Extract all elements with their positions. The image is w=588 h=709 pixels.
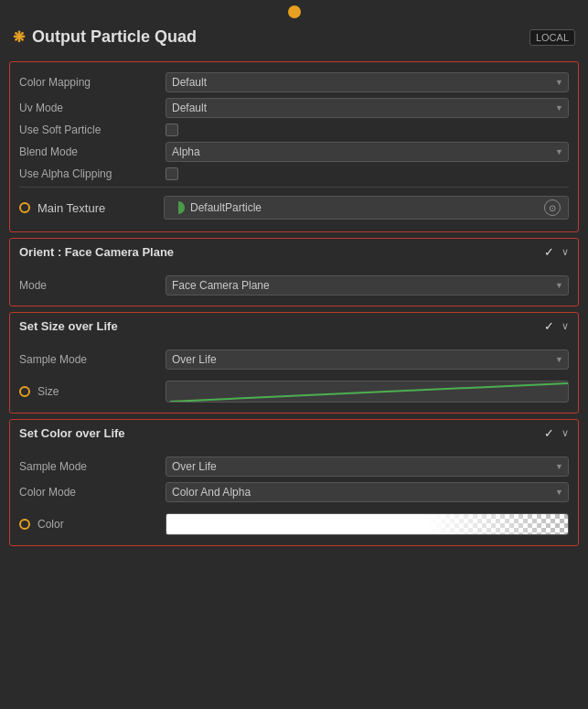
use-soft-particle-row: Use Soft Particle — [19, 121, 569, 139]
texture-target-button[interactable]: ⊙ — [544, 199, 561, 216]
size-circle[interactable] — [19, 386, 30, 397]
top-indicator — [0, 0, 588, 22]
panel-icon: ❋ — [13, 28, 25, 46]
local-badge: LOCAL — [529, 29, 575, 46]
color-gradient — [166, 514, 568, 534]
color-mapping-value: Default — [166, 72, 569, 92]
texture-icon — [172, 201, 185, 214]
size-label-text: Size — [37, 385, 59, 398]
main-settings-section: Color Mapping Default Uv Mode Default — [9, 61, 579, 232]
color-label: Color — [19, 518, 166, 531]
set-size-title: Set Size over Life — [19, 319, 118, 333]
set-size-section-header[interactable]: Set Size over Life ✓ ∨ — [10, 313, 578, 339]
main-texture-row: Main Texture DefaultParticle ⊙ — [19, 191, 569, 224]
uv-mode-select[interactable]: Default — [166, 98, 569, 118]
orient-inner: Mode Face Camera Plane — [10, 265, 578, 306]
use-soft-particle-checkbox[interactable] — [166, 124, 178, 136]
blend-mode-select[interactable]: Alpha — [166, 142, 569, 162]
set-color-chevron-icon: ∨ — [561, 427, 569, 439]
set-color-title: Set Color over Life — [19, 426, 125, 440]
uv-mode-select-wrap: Default — [166, 98, 569, 118]
set-size-inner: Sample Mode Over Life Size — [10, 339, 578, 413]
uv-mode-value: Default — [166, 98, 569, 118]
panel-header: ❋ Output Particle Quad LOCAL — [0, 22, 588, 56]
orient-mode-value: Face Camera Plane — [166, 275, 569, 295]
main-texture-value[interactable]: DefaultParticle ⊙ — [164, 196, 569, 220]
svg-line-0 — [170, 383, 568, 402]
size-sample-mode-select[interactable]: Over Life — [166, 349, 569, 370]
size-bar-value — [166, 381, 569, 403]
use-alpha-clipping-value — [166, 167, 569, 180]
main-settings-inner: Color Mapping Default Uv Mode Default — [10, 62, 578, 231]
main-texture-label: Main Texture — [37, 201, 105, 215]
set-size-section: Set Size over Life ✓ ∨ Sample Mode Over … — [9, 312, 579, 414]
use-alpha-clipping-label: Use Alpha Clipping — [19, 167, 166, 180]
color-circle[interactable] — [19, 519, 30, 530]
main-texture-circle[interactable] — [19, 202, 30, 213]
set-size-chevron-icon: ∨ — [561, 320, 569, 332]
color-sample-mode-select[interactable]: Over Life — [166, 457, 569, 477]
orient-mode-row: Mode Face Camera Plane — [19, 273, 569, 298]
orient-title: Orient : Face Camera Plane — [19, 245, 174, 259]
panel-title-text: Output Particle Quad — [32, 27, 197, 47]
use-soft-particle-value — [166, 124, 569, 136]
size-sample-mode-value: Over Life — [166, 349, 569, 370]
color-mode-select-wrap: Color And Alpha — [166, 482, 569, 502]
uv-mode-label: Uv Mode — [19, 102, 166, 114]
panel-title: ❋ Output Particle Quad — [13, 27, 197, 47]
set-size-check-icon: ✓ — [544, 319, 554, 333]
orient-mode-select-wrap: Face Camera Plane — [166, 275, 569, 295]
color-sample-mode-label: Sample Mode — [19, 460, 166, 473]
set-color-section: Set Color over Life ✓ ∨ Sample Mode Over… — [9, 419, 579, 546]
orient-section-header[interactable]: Orient : Face Camera Plane ✓ ∨ — [10, 239, 578, 265]
orient-check-icon: ✓ — [544, 245, 554, 259]
size-bar-svg — [166, 381, 568, 402]
orient-controls: ✓ ∨ — [544, 245, 569, 259]
set-color-controls: ✓ ∨ — [544, 426, 569, 440]
blend-mode-value: Alpha — [166, 142, 569, 162]
size-bar[interactable] — [166, 381, 569, 403]
orient-mode-label: Mode — [19, 279, 166, 292]
size-label: Size — [19, 385, 166, 398]
color-mode-value: Color And Alpha — [166, 482, 569, 502]
blend-mode-label: Blend Mode — [19, 145, 166, 158]
color-sample-mode-select-wrap: Over Life — [166, 457, 569, 477]
texture-name: DefaultParticle — [190, 201, 262, 214]
color-label-text: Color — [37, 518, 64, 531]
set-size-controls: ✓ ∨ — [544, 319, 569, 333]
size-sample-mode-select-wrap: Over Life — [166, 349, 569, 370]
color-mapping-select[interactable]: Default — [166, 72, 569, 92]
color-mode-select[interactable]: Color And Alpha — [166, 482, 569, 502]
blend-mode-select-wrap: Alpha — [166, 142, 569, 162]
color-sample-mode-value: Over Life — [166, 457, 569, 477]
divider-1 — [19, 187, 569, 188]
use-soft-particle-label: Use Soft Particle — [19, 124, 166, 136]
orient-chevron-icon: ∨ — [561, 246, 569, 258]
orient-mode-select[interactable]: Face Camera Plane — [166, 275, 569, 295]
size-bar-row: Size — [19, 378, 569, 405]
orient-section: Orient : Face Camera Plane ✓ ∨ Mode Face… — [9, 238, 579, 306]
color-bar[interactable] — [166, 513, 569, 535]
color-mode-row: Color Mode Color And Alpha — [19, 479, 569, 505]
color-mode-label: Color Mode — [19, 486, 166, 499]
top-dot — [288, 5, 301, 18]
blend-mode-row: Blend Mode Alpha — [19, 139, 569, 165]
set-color-inner: Sample Mode Over Life Color Mode Color A… — [10, 446, 578, 545]
color-bar-value — [166, 513, 569, 535]
set-color-check-icon: ✓ — [544, 426, 554, 440]
color-mapping-row: Color Mapping Default — [19, 70, 569, 95]
use-alpha-clipping-row: Use Alpha Clipping — [19, 165, 569, 183]
color-mapping-label: Color Mapping — [19, 76, 166, 89]
color-sample-mode-row: Sample Mode Over Life — [19, 454, 569, 479]
color-bar-row: Color — [19, 510, 569, 538]
size-sample-mode-row: Sample Mode Over Life — [19, 347, 569, 372]
color-mapping-select-wrap: Default — [166, 72, 569, 92]
size-sample-mode-label: Sample Mode — [19, 353, 166, 366]
uv-mode-row: Uv Mode Default — [19, 95, 569, 121]
set-color-section-header[interactable]: Set Color over Life ✓ ∨ — [10, 420, 578, 446]
use-alpha-clipping-checkbox[interactable] — [166, 167, 178, 180]
